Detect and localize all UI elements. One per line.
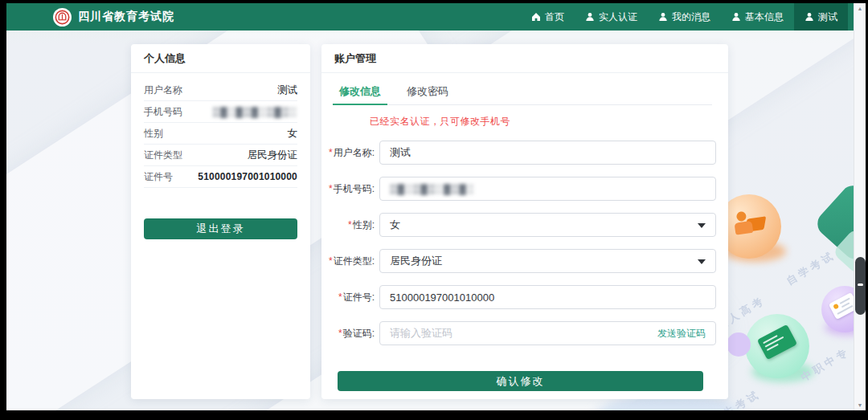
chevron-down-icon — [698, 223, 706, 228]
gender-select[interactable]: 女 — [379, 213, 716, 237]
home-icon — [531, 12, 541, 22]
account-tabs: 修改信息 修改密码 — [338, 81, 712, 105]
required-mark: * — [329, 147, 333, 158]
account-management-title: 账户管理 — [321, 44, 728, 73]
site-logo-icon — [53, 8, 72, 27]
nav-item-basic-info[interactable]: 基本信息 — [721, 3, 794, 31]
tab-edit-info[interactable]: 修改信息 — [338, 81, 383, 104]
required-mark: * — [338, 328, 342, 339]
send-code-link[interactable]: 发送验证码 — [657, 327, 706, 340]
nav-item-home[interactable]: 首页 — [521, 3, 575, 31]
captcha-placeholder: 请输入验证码 — [390, 326, 452, 340]
info-row-id-type: 证件类型 居民身份证 — [144, 145, 297, 166]
form-row-captcha: *验证码: 请输入验证码 发送验证码 — [321, 321, 716, 345]
logout-button[interactable]: 退出登录 — [144, 218, 297, 239]
user-icon — [805, 12, 814, 22]
user-icon — [731, 12, 741, 22]
required-mark: * — [329, 255, 333, 267]
form-row-username: *用户名称: 测试 — [321, 141, 716, 165]
bg-label-self-study: 自学考试 — [784, 248, 838, 288]
edit-info-form: *用户名称: 测试 *手机号码: ▒▓░▒▓▒░▓▒▓░ *性别: 女 — [321, 141, 728, 391]
top-navbar: 四川省教育考试院 首页 实人认证 我的消息 — [6, 3, 866, 31]
book-icon — [757, 324, 797, 360]
id-type-select[interactable]: 居民身份证 — [379, 249, 716, 273]
personal-info-title: 个人信息 — [131, 44, 310, 73]
nav-item-my-messages[interactable]: 我的消息 — [648, 3, 721, 31]
username-input[interactable]: 测试 — [379, 141, 716, 165]
teacher-icon — [733, 208, 769, 241]
required-mark: * — [338, 292, 342, 303]
nav-item-real-name-auth[interactable]: 实人认证 — [575, 3, 648, 31]
id-number-input[interactable]: 510000197001010000 — [379, 285, 716, 309]
nav-item-current-user[interactable]: 测试 — [794, 3, 848, 31]
form-row-gender: *性别: 女 — [321, 213, 716, 237]
account-management-card: 账户管理 修改信息 修改密码 已经实名认证，只可修改手机号 *用户名称: 测试 … — [321, 44, 728, 399]
bg-label-vocational: 中职中专 — [798, 345, 853, 385]
info-row-phone: 手机号码 ▒▓░▓▒▓░▒▓▒░ — [144, 101, 297, 123]
required-mark: * — [348, 219, 352, 230]
form-row-phone: *手机号码: ▒▓░▒▓▒░▓▒▓░ — [321, 177, 716, 201]
confirm-submit-button[interactable]: 确认修改 — [338, 371, 703, 391]
scroll-up-icon[interactable]: ▲ — [854, 6, 866, 11]
info-row-username: 用户名称 测试 — [144, 80, 297, 101]
redacted-phone-value: ▒▓░▒▓▒░▓▒▓░ — [390, 183, 475, 194]
small-purple-ball — [727, 332, 751, 357]
browser-viewport: 自学考试 成人高考 中职中专 招生考试 四川省教育考试院 首页 — [6, 3, 866, 410]
captcha-input[interactable]: 请输入验证码 发送验证码 — [379, 321, 716, 345]
main-nav: 首页 实人认证 我的消息 基本信息 — [521, 3, 848, 31]
required-mark: * — [329, 183, 333, 194]
orange-ball-shadow — [723, 241, 786, 262]
user-icon — [658, 12, 668, 22]
real-name-notice: 已经实名认证，只可修改手机号 — [370, 115, 728, 128]
info-row-gender: 性别 女 — [144, 123, 297, 145]
form-row-id-number: *证件号: 510000197001010000 — [321, 285, 716, 309]
phone-input[interactable]: ▒▓░▒▓▒░▓▒▓░ — [379, 177, 716, 201]
tab-change-password[interactable]: 修改密码 — [405, 81, 450, 104]
personal-info-card: 个人信息 用户名称 测试 手机号码 ▒▓░▓▒▓░▒▓▒░ 性别 女 证件类型 … — [131, 44, 310, 399]
form-row-id-type: *证件类型: 居民身份证 — [321, 249, 716, 273]
redacted-phone: ▒▓░▓▒▓░▒▓▒░ — [212, 106, 297, 117]
site-title: 四川省教育考试院 — [78, 10, 174, 24]
scroll-down-icon[interactable]: ▼ — [854, 402, 866, 408]
mint-ball-shadow — [751, 361, 814, 382]
chevron-down-icon — [698, 259, 706, 264]
scrollbar-thumb[interactable] — [855, 257, 866, 315]
vertical-scrollbar[interactable]: ▲ ▼ — [854, 3, 866, 410]
info-row-id-number: 证件号 510000197001010000 — [144, 166, 297, 188]
user-icon — [585, 12, 595, 22]
personal-info-rows: 用户名称 测试 手机号码 ▒▓░▓▒▓░▒▓▒░ 性别 女 证件类型 居民身份证… — [144, 80, 297, 188]
brand: 四川省教育考试院 — [53, 8, 174, 27]
book-ball — [745, 314, 809, 378]
